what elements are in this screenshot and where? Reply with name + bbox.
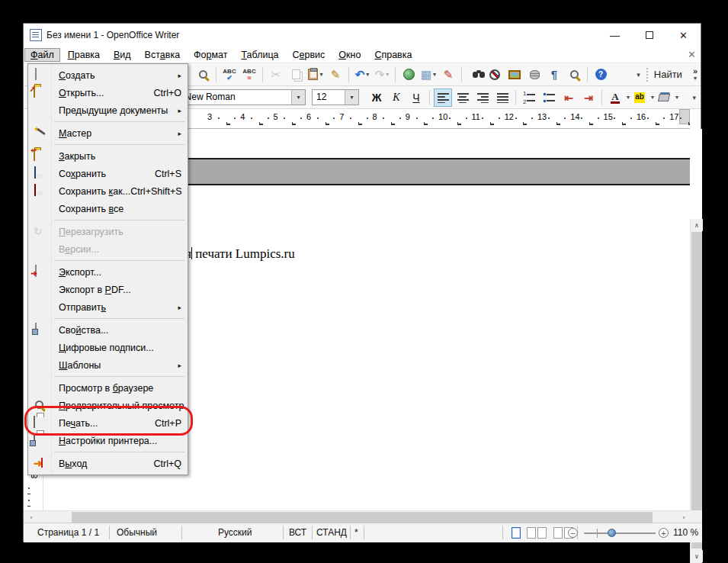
menubar-item-file[interactable]: Файл [24,48,60,62]
menu-item-open[interactable]: ➚Открыть...Ctrl+O [28,84,188,101]
find-toolbar-more[interactable]: »▾ [693,67,698,82]
chevron-down-icon[interactable]: ▾ [651,94,654,101]
formatting-marks-button[interactable]: ¶ [545,66,563,84]
chevron-down-icon[interactable]: ▾ [366,71,369,78]
menubar-item-help[interactable]: Справка [368,48,418,62]
cut-button[interactable]: ✂ [267,66,285,84]
scroll-right-icon[interactable]: › [678,511,690,523]
status-selection-mode[interactable]: СТАНД [316,527,347,538]
toolbar-overflow-button[interactable]: ▾ [692,94,696,101]
maximize-button[interactable] [632,24,666,47]
menu-item-print-preview[interactable]: Предварительный просмотр [28,397,188,414]
background-color-button[interactable] [655,88,673,107]
menu-item-export-pdf[interactable]: Экспорт в PDF... [28,281,188,298]
horizontal-scrollbar[interactable]: ‹ › [24,510,702,523]
align-left-button[interactable] [434,88,452,107]
font-size-combo[interactable]: 12 ▾ [312,89,359,105]
zoom-in-icon[interactable]: + [659,528,669,538]
draw-functions-button[interactable]: ✎ [439,66,457,84]
align-center-button[interactable] [454,88,472,107]
italic-button[interactable]: К [387,88,406,107]
chevron-down-icon[interactable]: ▾ [345,90,358,105]
menu-item-exit[interactable]: ➜ВыходCtrl+Q [28,455,188,472]
menubar-item-window[interactable]: Окно [332,48,367,62]
scroll-left-icon[interactable]: ‹ [25,511,37,523]
data-sources-button[interactable] [525,66,544,84]
chevron-down-icon[interactable]: ▾ [386,71,389,78]
underline-button[interactable]: Ч [407,88,425,107]
menu-item-close[interactable]: Закрыть [28,147,188,165]
status-page-style[interactable]: Обычный [117,527,157,538]
menu-item-wizard[interactable]: Мастер▸ [28,124,188,142]
numbered-list-button[interactable] [520,88,538,107]
help-button[interactable]: ? [592,66,610,84]
menu-item-send[interactable]: Отправить▸ [28,298,188,316]
zoom-button[interactable] [565,66,583,84]
justify-button[interactable] [493,88,512,107]
gallery-button[interactable] [505,66,524,84]
menu-item-reload[interactable]: ↻Перезагрузить [28,223,188,240]
undo-button[interactable]: ↶▾ [353,66,371,84]
autospellcheck-button[interactable]: ABC≈ [240,66,258,84]
menu-item-properties[interactable]: Свойства... [28,321,188,339]
close-document-icon[interactable]: ✕ [688,49,696,60]
menu-item-export[interactable]: Экспорт... [28,263,188,281]
status-page-number[interactable]: Страница 1 / 1 [37,527,99,538]
menu-item-new[interactable]: Создать▸ [28,66,188,84]
chevron-down-icon[interactable]: ▾ [319,71,322,78]
menubar-item-table[interactable]: Таблица [236,48,285,62]
menubar-item-format[interactable]: Формат [188,48,233,62]
status-language[interactable]: Русский [218,527,252,538]
align-right-button[interactable] [473,88,492,107]
close-button[interactable]: ✕ [666,24,701,47]
menu-item-printer-settings[interactable]: Настройки принтера... [28,432,188,449]
decrease-indent-button[interactable]: ⇤ [560,88,578,107]
chevron-down-icon[interactable]: ▾ [675,94,678,101]
scroll-down-icon[interactable]: ∨ [691,550,703,562]
font-color-button[interactable]: A [606,88,624,107]
paste-button[interactable]: ▾ [306,66,325,84]
menubar-item-insert[interactable]: Вставка [139,48,186,62]
bullet-list-button[interactable] [540,88,558,107]
scroll-up-icon[interactable]: ∧ [691,219,703,231]
menu-item-digital-signatures[interactable]: Цифровые подписи... [28,339,188,356]
zoom-slider-thumb[interactable] [608,529,616,537]
navigator-button[interactable] [486,66,504,84]
menubar-item-view[interactable]: Вид [107,48,137,62]
spellcheck-button[interactable]: ABC✔ [220,66,239,84]
find-replace-button[interactable] [466,66,484,84]
menu-item-save[interactable]: СохранитьCtrl+S [28,165,188,182]
highlighting-button[interactable]: ab [630,88,649,107]
bold-button[interactable]: Ж [367,88,386,107]
table-button[interactable]: ▦▾ [419,66,438,84]
minimize-button[interactable]: — [598,24,632,47]
zoom-out-icon[interactable]: − [568,528,578,538]
horizontal-scroll-thumb[interactable] [72,512,653,523]
vertical-scroll-thumb[interactable] [691,232,702,549]
status-insert-mode[interactable]: ВСТ [289,527,306,538]
menu-item-save-as[interactable]: Сохранить как...Ctrl+Shift+S [28,182,188,200]
menu-item-web-preview[interactable]: Просмотр в браузере [28,379,188,397]
print-preview-button[interactable] [194,66,212,84]
chevron-down-icon[interactable]: ▾ [433,71,436,78]
chevron-down-icon[interactable]: ▾ [291,90,305,105]
menubar-item-tools[interactable]: Сервис [287,48,332,62]
single-page-view-icon[interactable] [512,527,521,539]
multi-page-view-icon[interactable] [527,527,536,539]
status-zoom-value[interactable]: 110 % [673,527,698,538]
format-paintbrush-button[interactable]: ✎ [326,66,345,84]
hyperlink-button[interactable] [399,66,418,84]
menu-item-save-all[interactable]: Сохранить все [28,200,188,217]
book-view-icon[interactable] [553,527,563,539]
redo-button[interactable]: ↷▾ [373,66,391,84]
zoom-slider-track[interactable] [584,532,656,534]
menubar-item-edit[interactable]: Правка [62,48,106,62]
menu-item-print[interactable]: Печать...Ctrl+P [28,414,188,432]
menu-item-versions[interactable]: Версии... [28,240,188,258]
chevron-down-icon[interactable]: ▾ [627,94,630,101]
menu-item-recent-documents[interactable]: Предыдущие документы▸ [28,101,188,119]
toolbar-grip[interactable] [646,68,648,82]
increase-indent-button[interactable]: ⇥ [579,88,598,107]
copy-button[interactable] [287,66,305,84]
menu-item-templates[interactable]: Шаблоны▸ [28,356,188,374]
